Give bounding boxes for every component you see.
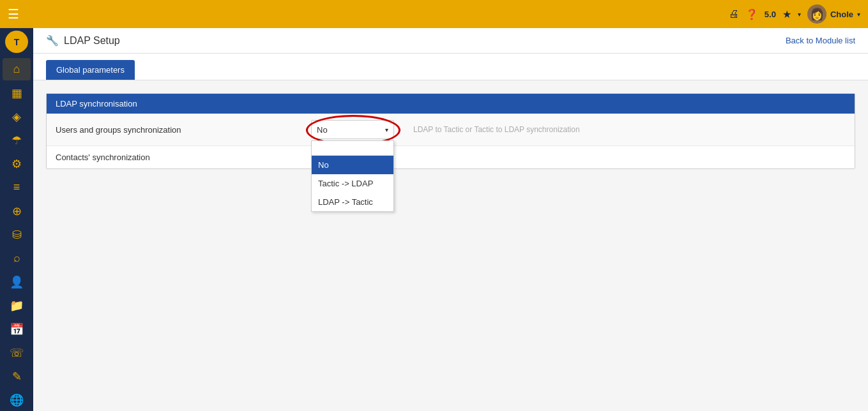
users-sync-select[interactable]: No ▾: [311, 120, 394, 139]
sidebar-item-home[interactable]: ⌂: [3, 58, 31, 80]
topbar: ☰ 🖨 ❓ 5.0 ★ ▾ 👩 Chole ▾: [0, 0, 868, 28]
sidebar-item-list[interactable]: ≡: [3, 176, 31, 198]
table-row: Contacts' synchronization: [47, 146, 855, 169]
sidebar-item-calendar[interactable]: 📅: [3, 318, 31, 340]
sidebar-item-globe[interactable]: 🌐: [3, 389, 31, 411]
sidebar-item-folder[interactable]: 📁: [3, 294, 31, 317]
sidebar-item-phone[interactable]: ☏: [3, 341, 31, 364]
sidebar-item-umbrella[interactable]: ☂: [3, 129, 31, 151]
row-value-users: No ▾ No Tactic -> LDAP LDAP -> Tactic: [302, 114, 404, 146]
dropdown-option-tactic-ldap[interactable]: Tactic -> LDAP: [312, 174, 393, 193]
row-label-users: Users and groups synchronization: [47, 114, 302, 146]
sidebar-item-search[interactable]: ⌕: [3, 247, 31, 269]
dropdown-option-ldap-tactic[interactable]: LDAP -> Tactic: [312, 193, 393, 211]
sidebar-item-network[interactable]: ⚙: [3, 153, 31, 175]
print-icon[interactable]: 🖨: [729, 8, 739, 20]
page-title: LDAP Setup: [64, 35, 120, 47]
content-area: 🔧 LDAP Setup Back to Module list Global …: [33, 28, 868, 411]
page-header: 🔧 LDAP Setup Back to Module list: [33, 28, 868, 54]
sidebar: T ⌂ ▦ ◈ ☂ ⚙ ≡ ⊕ ⛁ ⌕ 👤 📁 📅 ☏ ✎ 🌐: [0, 28, 33, 411]
user-name-label: Chole: [830, 10, 853, 19]
select-value: No: [317, 125, 328, 135]
sidebar-item-grid[interactable]: ▦: [3, 82, 31, 104]
sidebar-logo[interactable]: T: [5, 31, 28, 53]
tabs-area: Global parameters: [33, 54, 868, 80]
sidebar-item-layers[interactable]: ⊕: [3, 200, 31, 222]
ldap-table: Users and groups synchronization No ▾: [47, 114, 855, 168]
tab-global-parameters[interactable]: Global parameters: [46, 60, 135, 80]
user-menu[interactable]: 👩 Chole ▾: [807, 4, 860, 24]
table-row: Users and groups synchronization No ▾: [47, 114, 855, 146]
dropdown-search-input[interactable]: [312, 141, 393, 156]
star-icon[interactable]: ★: [782, 8, 791, 20]
dropdown-option-no[interactable]: No: [312, 156, 393, 174]
back-to-module-link[interactable]: Back to Module list: [786, 36, 855, 45]
help-icon[interactable]: ❓: [745, 8, 758, 20]
hamburger-icon[interactable]: ☰: [8, 6, 19, 22]
users-sync-select-wrapper: No ▾ No Tactic -> LDAP LDAP -> Tactic: [311, 120, 394, 139]
select-chevron-icon: ▾: [385, 126, 388, 133]
main-content: LDAP synchronisation Users and groups sy…: [33, 80, 868, 411]
ldap-section-header: LDAP synchronisation: [47, 94, 855, 114]
version-label: 5.0: [765, 10, 776, 19]
row-desc-contacts: [404, 146, 855, 169]
sidebar-item-database[interactable]: ⛁: [3, 223, 31, 246]
chevron-star-down[interactable]: ▾: [798, 11, 801, 18]
sidebar-item-shield[interactable]: ◈: [3, 105, 31, 128]
sidebar-item-user[interactable]: 👤: [3, 271, 31, 293]
row-desc-users: LDAP to Tactic or Tactic to LDAP synchro…: [404, 114, 855, 146]
user-chevron-icon: ▾: [857, 11, 860, 18]
sidebar-item-wrench[interactable]: ✎: [3, 365, 31, 387]
avatar: 👩: [807, 4, 826, 24]
wrench-icon: 🔧: [46, 34, 59, 47]
row-label-contacts: Contacts' synchronization: [47, 146, 302, 169]
dropdown-menu: No Tactic -> LDAP LDAP -> Tactic: [311, 140, 394, 212]
ldap-section: LDAP synchronisation Users and groups sy…: [46, 93, 855, 169]
